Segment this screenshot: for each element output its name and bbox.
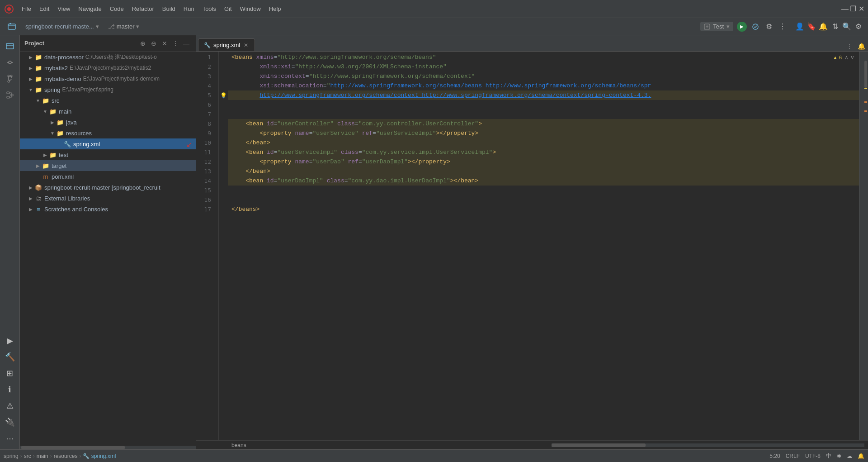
- editor-tab-spring-xml[interactable]: 🔧 spring.xml ✕: [198, 38, 255, 51]
- settings-button[interactable]: ⚙: [764, 22, 774, 32]
- sidebar-info-icon[interactable]: ℹ: [3, 382, 17, 397]
- code-token: "userController": [277, 119, 334, 129]
- status-line-ending[interactable]: CRLF: [786, 453, 800, 459]
- tree-item-scratches[interactable]: ▶ ≡ Scratches and Consoles: [20, 204, 196, 214]
- tree-item-test[interactable]: ▶ 📁 test: [20, 149, 196, 160]
- status-ime-icon[interactable]: 中: [826, 452, 831, 460]
- folder-icon: 📁: [49, 152, 57, 158]
- menu-build[interactable]: Build: [159, 4, 179, 14]
- minimize-button[interactable]: —: [842, 6, 848, 12]
- tree-item-pom[interactable]: m pom.xml: [20, 171, 196, 182]
- gutter-6: [219, 100, 228, 110]
- share-icon[interactable]: ⇅: [830, 22, 840, 32]
- gutter-12: [219, 157, 228, 167]
- menu-tools[interactable]: Tools: [199, 4, 220, 14]
- status-encoding[interactable]: UTF-8: [805, 453, 821, 459]
- run-config-dropdown[interactable]: ▾: [726, 23, 730, 30]
- menu-file[interactable]: File: [18, 4, 35, 14]
- gutter-5: 💡: [219, 90, 228, 100]
- tree-item-data-processor[interactable]: ▶ 📁 data-processor C:\Users\杨 湛\Desktop\…: [20, 52, 196, 62]
- search-icon[interactable]: 🔍: [842, 22, 852, 32]
- tab-close-button[interactable]: ✕: [243, 42, 249, 48]
- tree-item-spring[interactable]: ▼ 📁 spring E:\JavaProject\spring: [20, 84, 196, 95]
- tree-item-target[interactable]: ▶ 📁 target: [20, 160, 196, 171]
- tree-item-src[interactable]: ▼ 📁 src: [20, 95, 196, 106]
- sidebar-run-icon[interactable]: ▶: [3, 333, 17, 348]
- tree-item-spring-xml[interactable]: 🔧 spring.xml ↙: [20, 138, 196, 149]
- menu-window[interactable]: Window: [236, 4, 264, 14]
- tree-scrollbar-thumb: [21, 446, 125, 449]
- gutter-8: [219, 119, 228, 129]
- tree-arrow: ▼: [34, 98, 42, 103]
- sidebar-git-icon[interactable]: [3, 71, 17, 86]
- horizontal-scrollbar[interactable]: [552, 443, 864, 447]
- warning-collapse-icon[interactable]: ∨: [850, 54, 854, 61]
- breadcrumb-item-main[interactable]: main: [37, 453, 48, 459]
- menu-code[interactable]: Code: [106, 4, 127, 14]
- bookmark-icon[interactable]: 🔖: [807, 22, 816, 32]
- code-token: <beans: [231, 52, 256, 62]
- run-button[interactable]: ▶: [737, 22, 747, 32]
- panel-close-icon[interactable]: ✕: [160, 38, 170, 48]
- code-line-9: <property name="userService" ref="userSe…: [228, 129, 859, 138]
- sidebar-terminal-icon[interactable]: ⊞: [3, 366, 17, 381]
- close-button[interactable]: ✕: [858, 6, 864, 12]
- code-token: "userService": [312, 129, 358, 138]
- sidebar-commit-icon[interactable]: [3, 55, 17, 70]
- tree-item-mybatis2[interactable]: ▶ 📁 mybatis2 E:\JavaProject\mybatis2\myb…: [20, 62, 196, 73]
- settings-gear-icon[interactable]: ⚙: [854, 22, 863, 32]
- tree-item-springboot-recruit[interactable]: ▶ 📦 springboot-recruit-master [springboo…: [20, 182, 196, 193]
- project-selector[interactable]: springboot-recruit-maste... ▾: [23, 21, 102, 32]
- menu-view[interactable]: View: [54, 4, 74, 14]
- sidebar-warning-icon[interactable]: ⚠: [3, 399, 17, 413]
- menu-edit[interactable]: Edit: [36, 4, 53, 14]
- menu-help[interactable]: Help: [265, 4, 285, 14]
- status-notification-icon[interactable]: 🔔: [858, 453, 864, 459]
- sidebar-project-icon[interactable]: [3, 39, 17, 53]
- status-position[interactable]: 5:20: [769, 453, 780, 459]
- tree-item-main[interactable]: ▼ 📁 main: [20, 106, 196, 117]
- status-edit-icon[interactable]: ✱: [837, 453, 841, 459]
- sidebar-plugin-icon[interactable]: 🔌: [3, 415, 17, 429]
- code-token: </bean>: [245, 167, 270, 176]
- breadcrumb-item-spring-xml[interactable]: 🔧 spring.xml: [83, 453, 116, 459]
- code-content[interactable]: <beans xmlns="http://www.springframework…: [228, 52, 859, 440]
- tree-item-java[interactable]: ▶ 📁 java: [20, 117, 196, 128]
- tree-item-external-libs[interactable]: ▶ 🗂 External Libraries: [20, 193, 196, 204]
- code-link[interactable]: http://www.springframework.org/schema/co…: [259, 90, 651, 100]
- maximize-button[interactable]: ❐: [850, 6, 856, 12]
- code-link[interactable]: http://www.springframework.org/schema/be…: [330, 81, 651, 90]
- notification-icon[interactable]: 🔔: [818, 22, 828, 32]
- sidebar-build-icon[interactable]: 🔨: [3, 350, 17, 364]
- project-icon[interactable]: [5, 19, 19, 34]
- profile-icon[interactable]: 👤: [795, 22, 805, 32]
- menu-git[interactable]: Git: [221, 4, 236, 14]
- tree-item-mybatis-demo[interactable]: ▶ 📁 mybatis-demo E:\JavaProject\mybatis-…: [20, 73, 196, 84]
- sidebar-structure-icon[interactable]: [3, 88, 17, 102]
- more-button[interactable]: ⋮: [778, 22, 788, 32]
- branch-selector[interactable]: ⎇ master ▾: [105, 21, 142, 32]
- menu-navigate[interactable]: Navigate: [75, 4, 105, 14]
- editor-more-icon[interactable]: ⋮: [844, 41, 854, 51]
- breadcrumb-item-src[interactable]: src: [24, 453, 31, 459]
- panel-collapse-icon[interactable]: ⊖: [149, 38, 159, 48]
- project-name: springboot-recruit-maste...: [25, 23, 94, 30]
- breadcrumb-item-resources[interactable]: resources: [54, 453, 78, 459]
- tree-arrow: ▶: [27, 207, 34, 212]
- debug-button[interactable]: [750, 22, 760, 32]
- code-token: [231, 81, 259, 90]
- warning-expand-icon[interactable]: ∧: [844, 54, 849, 61]
- panel-locate-icon[interactable]: ⊕: [138, 38, 148, 48]
- tree-item-resources[interactable]: ▼ 📁 resources: [20, 128, 196, 138]
- code-token: "com.yy.controller.UserController": [359, 119, 478, 129]
- right-scrollbar[interactable]: [859, 52, 868, 440]
- menu-refactor[interactable]: Refactor: [128, 4, 158, 14]
- panel-minimize-icon[interactable]: —: [181, 38, 191, 48]
- tree-scrollbar[interactable]: [20, 446, 196, 449]
- panel-options-icon[interactable]: ⋮: [170, 38, 180, 48]
- menu-run[interactable]: Run: [180, 4, 198, 14]
- sidebar-more-icon[interactable]: ⋯: [3, 431, 17, 446]
- breadcrumb-item-spring[interactable]: spring: [4, 453, 19, 459]
- editor-notification-icon[interactable]: 🔔: [856, 41, 866, 51]
- status-cloud-icon[interactable]: ☁: [847, 453, 852, 459]
